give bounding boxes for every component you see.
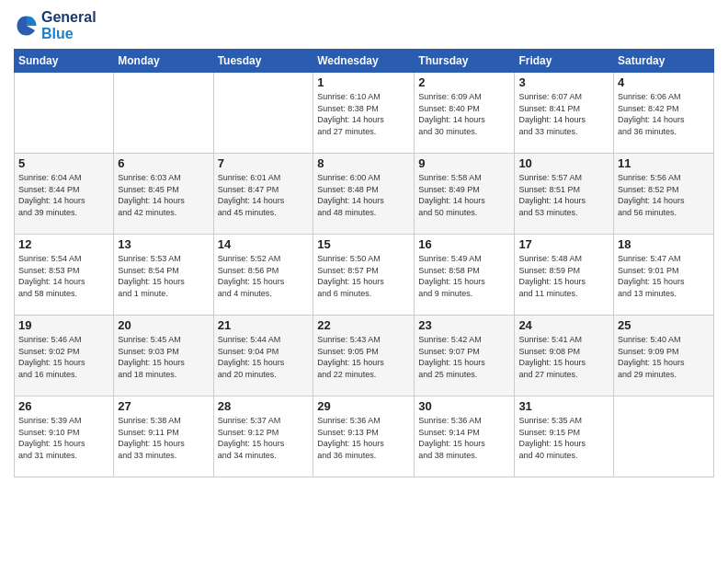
day-number: 25 — [618, 318, 710, 332]
day-number: 6 — [118, 156, 209, 170]
day-number: 31 — [518, 399, 609, 413]
day-info: Sunrise: 5:52 AM Sunset: 8:56 PM Dayligh… — [218, 253, 310, 299]
calendar-cell — [15, 73, 114, 154]
weekday-header-row: SundayMondayTuesdayWednesdayThursdayFrid… — [15, 50, 714, 73]
weekday-header-thursday: Thursday — [415, 50, 515, 73]
day-number: 11 — [618, 156, 710, 170]
calendar-cell: 28Sunrise: 5:37 AM Sunset: 9:12 PM Dayli… — [213, 396, 313, 477]
day-number: 13 — [118, 237, 209, 251]
day-number: 8 — [317, 156, 410, 170]
calendar-cell: 25Sunrise: 5:40 AM Sunset: 9:09 PM Dayli… — [614, 316, 714, 396]
day-number: 4 — [618, 75, 710, 89]
calendar-cell: 23Sunrise: 5:42 AM Sunset: 9:07 PM Dayli… — [415, 316, 515, 396]
day-number: 30 — [418, 399, 510, 413]
calendar-cell: 22Sunrise: 5:43 AM Sunset: 9:05 PM Dayli… — [313, 316, 415, 396]
day-number: 2 — [418, 75, 510, 89]
day-number: 21 — [218, 318, 310, 332]
day-number: 14 — [218, 237, 310, 251]
day-number: 19 — [18, 318, 109, 332]
day-number: 29 — [317, 399, 410, 413]
logo: General Blue — [14, 9, 97, 41]
logo-text: General Blue — [41, 9, 97, 41]
calendar-table: SundayMondayTuesdayWednesdayThursdayFrid… — [14, 49, 714, 477]
day-info: Sunrise: 5:42 AM Sunset: 9:07 PM Dayligh… — [418, 334, 510, 380]
day-info: Sunrise: 5:54 AM Sunset: 8:53 PM Dayligh… — [18, 253, 109, 299]
weekday-header-saturday: Saturday — [614, 50, 714, 73]
calendar-cell: 18Sunrise: 5:47 AM Sunset: 9:01 PM Dayli… — [614, 235, 714, 316]
day-number: 27 — [118, 399, 209, 413]
day-info: Sunrise: 6:03 AM Sunset: 8:45 PM Dayligh… — [118, 172, 209, 218]
day-info: Sunrise: 5:56 AM Sunset: 8:52 PM Dayligh… — [618, 172, 710, 218]
weekday-header-sunday: Sunday — [15, 50, 114, 73]
calendar-cell: 7Sunrise: 6:01 AM Sunset: 8:47 PM Daylig… — [213, 154, 313, 235]
calendar-cell: 2Sunrise: 6:09 AM Sunset: 8:40 PM Daylig… — [415, 73, 515, 154]
calendar-week-row: 26Sunrise: 5:39 AM Sunset: 9:10 PM Dayli… — [15, 396, 714, 477]
weekday-header-wednesday: Wednesday — [313, 50, 415, 73]
calendar-week-row: 12Sunrise: 5:54 AM Sunset: 8:53 PM Dayli… — [15, 235, 714, 316]
day-info: Sunrise: 5:37 AM Sunset: 9:12 PM Dayligh… — [218, 415, 310, 461]
calendar-cell: 29Sunrise: 5:36 AM Sunset: 9:13 PM Dayli… — [313, 396, 415, 477]
calendar-cell: 21Sunrise: 5:44 AM Sunset: 9:04 PM Dayli… — [213, 316, 313, 396]
calendar-cell: 15Sunrise: 5:50 AM Sunset: 8:57 PM Dayli… — [313, 235, 415, 316]
day-info: Sunrise: 5:39 AM Sunset: 9:10 PM Dayligh… — [18, 415, 109, 461]
calendar-cell: 27Sunrise: 5:38 AM Sunset: 9:11 PM Dayli… — [114, 396, 213, 477]
calendar-cell: 6Sunrise: 6:03 AM Sunset: 8:45 PM Daylig… — [114, 154, 213, 235]
day-number: 5 — [18, 156, 109, 170]
calendar-cell: 13Sunrise: 5:53 AM Sunset: 8:54 PM Dayli… — [114, 235, 213, 316]
calendar-cell: 12Sunrise: 5:54 AM Sunset: 8:53 PM Dayli… — [15, 235, 114, 316]
day-info: Sunrise: 5:36 AM Sunset: 9:14 PM Dayligh… — [418, 415, 510, 461]
calendar-cell: 17Sunrise: 5:48 AM Sunset: 8:59 PM Dayli… — [515, 235, 614, 316]
weekday-header-tuesday: Tuesday — [213, 50, 313, 73]
calendar-cell — [614, 396, 714, 477]
weekday-header-friday: Friday — [515, 50, 614, 73]
day-info: Sunrise: 6:00 AM Sunset: 8:48 PM Dayligh… — [317, 172, 410, 218]
day-info: Sunrise: 5:35 AM Sunset: 9:15 PM Dayligh… — [518, 415, 609, 461]
calendar-cell — [114, 73, 213, 154]
day-info: Sunrise: 5:43 AM Sunset: 9:05 PM Dayligh… — [317, 334, 410, 380]
day-number: 17 — [518, 237, 609, 251]
day-info: Sunrise: 5:44 AM Sunset: 9:04 PM Dayligh… — [218, 334, 310, 380]
calendar-week-row: 1Sunrise: 6:10 AM Sunset: 8:38 PM Daylig… — [15, 73, 714, 154]
day-number: 26 — [18, 399, 109, 413]
day-number: 23 — [418, 318, 510, 332]
day-info: Sunrise: 6:06 AM Sunset: 8:42 PM Dayligh… — [618, 91, 710, 137]
day-info: Sunrise: 6:07 AM Sunset: 8:41 PM Dayligh… — [518, 91, 609, 137]
day-info: Sunrise: 6:01 AM Sunset: 8:47 PM Dayligh… — [218, 172, 310, 218]
day-number: 18 — [618, 237, 710, 251]
weekday-header-monday: Monday — [114, 50, 213, 73]
day-info: Sunrise: 5:46 AM Sunset: 9:02 PM Dayligh… — [18, 334, 109, 380]
day-info: Sunrise: 5:40 AM Sunset: 9:09 PM Dayligh… — [618, 334, 710, 380]
day-number: 28 — [218, 399, 310, 413]
day-info: Sunrise: 6:04 AM Sunset: 8:44 PM Dayligh… — [18, 172, 109, 218]
page-header: General Blue — [14, 9, 714, 41]
day-number: 16 — [418, 237, 510, 251]
calendar-cell: 3Sunrise: 6:07 AM Sunset: 8:41 PM Daylig… — [515, 73, 614, 154]
day-info: Sunrise: 5:41 AM Sunset: 9:08 PM Dayligh… — [518, 334, 609, 380]
calendar-cell: 30Sunrise: 5:36 AM Sunset: 9:14 PM Dayli… — [415, 396, 515, 477]
day-info: Sunrise: 5:38 AM Sunset: 9:11 PM Dayligh… — [118, 415, 209, 461]
day-info: Sunrise: 5:36 AM Sunset: 9:13 PM Dayligh… — [317, 415, 410, 461]
day-number: 20 — [118, 318, 209, 332]
calendar-cell: 24Sunrise: 5:41 AM Sunset: 9:08 PM Dayli… — [515, 316, 614, 396]
calendar-cell: 5Sunrise: 6:04 AM Sunset: 8:44 PM Daylig… — [15, 154, 114, 235]
calendar-cell — [213, 73, 313, 154]
day-number: 24 — [518, 318, 609, 332]
calendar-cell: 14Sunrise: 5:52 AM Sunset: 8:56 PM Dayli… — [213, 235, 313, 316]
calendar-cell: 1Sunrise: 6:10 AM Sunset: 8:38 PM Daylig… — [313, 73, 415, 154]
calendar-cell: 26Sunrise: 5:39 AM Sunset: 9:10 PM Dayli… — [15, 396, 114, 477]
calendar-week-row: 19Sunrise: 5:46 AM Sunset: 9:02 PM Dayli… — [15, 316, 714, 396]
day-number: 7 — [218, 156, 310, 170]
calendar-cell: 20Sunrise: 5:45 AM Sunset: 9:03 PM Dayli… — [114, 316, 213, 396]
calendar-cell: 19Sunrise: 5:46 AM Sunset: 9:02 PM Dayli… — [15, 316, 114, 396]
calendar-cell: 16Sunrise: 5:49 AM Sunset: 8:58 PM Dayli… — [415, 235, 515, 316]
day-info: Sunrise: 5:57 AM Sunset: 8:51 PM Dayligh… — [518, 172, 609, 218]
day-info: Sunrise: 5:45 AM Sunset: 9:03 PM Dayligh… — [118, 334, 209, 380]
day-number: 12 — [18, 237, 109, 251]
day-number: 1 — [317, 75, 410, 89]
day-info: Sunrise: 6:09 AM Sunset: 8:40 PM Dayligh… — [418, 91, 510, 137]
day-number: 9 — [418, 156, 510, 170]
day-number: 22 — [317, 318, 410, 332]
day-number: 15 — [317, 237, 410, 251]
day-number: 10 — [518, 156, 609, 170]
day-number: 3 — [518, 75, 609, 89]
